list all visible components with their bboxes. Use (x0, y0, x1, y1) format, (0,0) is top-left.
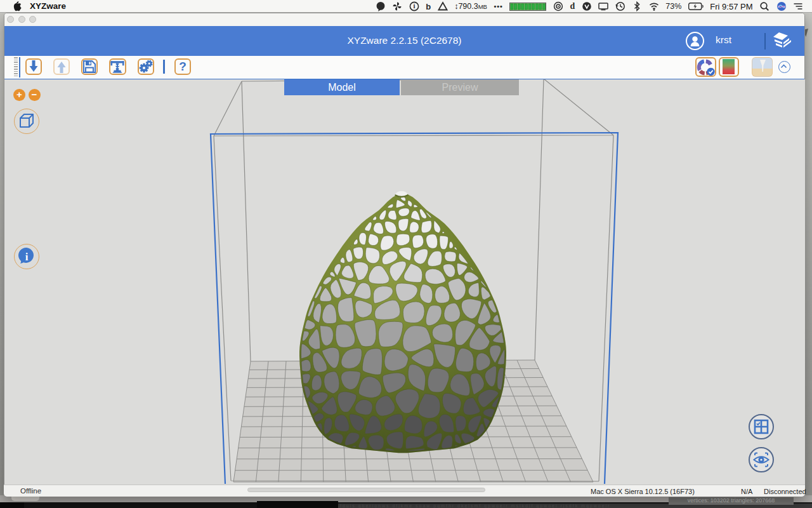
svg-text:i: i (413, 3, 415, 10)
svg-text:i: i (25, 251, 29, 263)
